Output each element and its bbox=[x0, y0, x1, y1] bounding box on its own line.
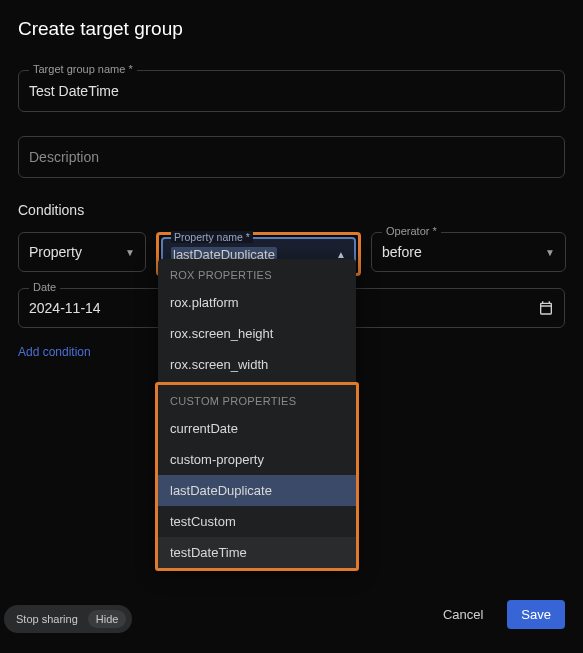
dropdown-item-rox-platform[interactable]: rox.platform bbox=[158, 287, 356, 318]
dropdown-item-testcustom[interactable]: testCustom bbox=[158, 506, 356, 537]
calendar-icon[interactable] bbox=[538, 300, 554, 316]
page-title: Create target group bbox=[18, 18, 565, 40]
chevron-down-icon: ▼ bbox=[545, 247, 555, 258]
dropdown-item-rox-screen-height[interactable]: rox.screen_height bbox=[158, 318, 356, 349]
dropdown-section-rox-header: ROX PROPERTIES bbox=[158, 259, 356, 287]
hide-sharing-button[interactable]: Hide bbox=[88, 610, 127, 628]
dropdown-item-testdatetime[interactable]: testDateTime bbox=[158, 537, 356, 568]
dropdown-item-currentdate[interactable]: currentDate bbox=[158, 413, 356, 444]
date-label: Date bbox=[29, 281, 60, 293]
name-field-wrap: Target group name * bbox=[18, 70, 565, 112]
screen-share-bar: Stop sharing Hide bbox=[4, 605, 132, 633]
name-field-label: Target group name * bbox=[29, 63, 137, 75]
name-input[interactable] bbox=[19, 71, 564, 111]
chevron-down-icon: ▼ bbox=[125, 247, 135, 258]
property-dropdown: ROX PROPERTIES rox.platform rox.screen_h… bbox=[158, 259, 356, 568]
dropdown-item-custom-property[interactable]: custom-property bbox=[158, 444, 356, 475]
property-name-label: Property name * bbox=[171, 231, 253, 243]
add-condition-button[interactable]: Add condition bbox=[18, 345, 91, 359]
chevron-up-icon: ▲ bbox=[336, 249, 346, 260]
stop-sharing-button[interactable]: Stop sharing bbox=[16, 613, 78, 625]
dropdown-item-rox-screen-width[interactable]: rox.screen_width bbox=[158, 349, 356, 380]
save-button[interactable]: Save bbox=[507, 600, 565, 629]
description-input[interactable] bbox=[19, 137, 564, 177]
dropdown-section-custom-header: CUSTOM PROPERTIES bbox=[158, 385, 356, 413]
conditions-label: Conditions bbox=[18, 202, 565, 218]
condition-type-value: Property bbox=[29, 244, 82, 260]
date-value: 2024-11-14 bbox=[29, 300, 101, 316]
operator-value: before bbox=[382, 244, 422, 260]
dropdown-item-lastdateduplicate[interactable]: lastDateDuplicate bbox=[158, 475, 356, 506]
desc-field-wrap bbox=[18, 136, 565, 178]
dropdown-section-custom-highlight: CUSTOM PROPERTIES currentDate custom-pro… bbox=[155, 382, 359, 571]
cancel-button[interactable]: Cancel bbox=[429, 600, 497, 629]
operator-select[interactable]: Operator * before ▼ bbox=[371, 232, 566, 272]
dialog-footer: Cancel Save bbox=[429, 600, 565, 629]
operator-label: Operator * bbox=[382, 225, 441, 237]
condition-type-select[interactable]: Property ▼ bbox=[18, 232, 146, 272]
